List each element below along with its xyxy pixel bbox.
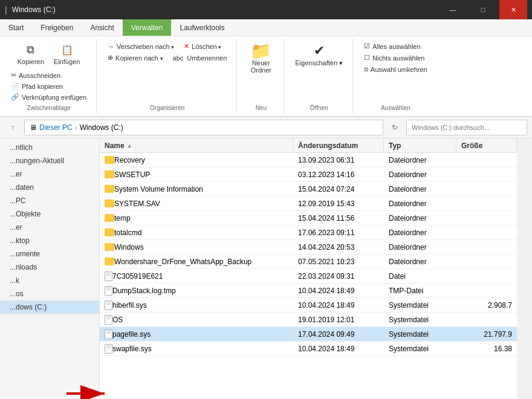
- file-type: Systemdatei: [389, 345, 429, 353]
- minimize-button[interactable]: —: [439, 0, 467, 19]
- move-to-button[interactable]: → Verschieben nach: [104, 42, 178, 51]
- sidebar-item-zuletzt[interactable]: ...ntlich: [0, 141, 99, 154]
- tab-verwalten[interactable]: Verwalten: [123, 19, 172, 36]
- ribbon-group-neu: 📁 NeuerOrdner Neu: [242, 39, 284, 114]
- folder-icon: [105, 199, 114, 207]
- new-folder-button[interactable]: 📁 NeuerOrdner: [247, 41, 276, 76]
- tab-ansicht[interactable]: Ansicht: [82, 19, 122, 36]
- table-row[interactable]: SYSTEM.SAV 12.09.2019 15:43 Dateiordner: [100, 196, 517, 211]
- file-name: pagefile.sys: [112, 330, 151, 339]
- file-date: 12.09.2019 15:43: [298, 199, 354, 208]
- file-name: totalcmd: [114, 229, 141, 237]
- file-type: Dateiordner: [389, 229, 427, 237]
- col-header-date[interactable]: Änderungsdatum: [293, 138, 384, 152]
- table-row[interactable]: temp 15.04.2024 11:56 Dateiordner: [100, 211, 517, 225]
- file-icon: [105, 329, 112, 339]
- sidebar-item-bilder[interactable]: ...os: [0, 287, 99, 300]
- file-date: 15.04.2024 07:24: [298, 185, 354, 193]
- file-name: Windows: [114, 243, 144, 251]
- tab-start[interactable]: Start: [0, 19, 32, 36]
- sidebar-item-einstellungen[interactable]: ...nungen-Aktuell: [0, 154, 99, 167]
- table-row[interactable]: Wondershare_DrFone_WhatsApp_Backup 07.05…: [100, 255, 517, 269]
- group-label-organisieren: Organisieren: [150, 102, 184, 111]
- sidebar-item-objekte[interactable]: ...Objekte: [0, 207, 99, 221]
- sidebar: ...ntlich ...nungen-Aktuell ...er ...dat…: [0, 138, 100, 399]
- table-row[interactable]: Recovery 13.09.2023 06:31 Dateiordner: [100, 153, 517, 167]
- col-header-name[interactable]: Name ▲: [100, 138, 293, 152]
- sidebar-item-downloads[interactable]: ...nloads: [0, 261, 99, 274]
- up-arrow-icon: ↑: [11, 123, 15, 132]
- file-name: swapfile.sys: [112, 345, 152, 353]
- properties-icon: ✔: [314, 43, 325, 59]
- file-type: Systemdatei: [389, 301, 429, 310]
- col-header-size[interactable]: Größe: [456, 138, 517, 152]
- file-name: Recovery: [114, 156, 145, 164]
- file-type: Dateiordner: [389, 258, 427, 266]
- col-header-type[interactable]: Typ: [384, 138, 456, 152]
- select-all-button[interactable]: ☑ Alles auswählen: [360, 41, 431, 51]
- search-input[interactable]: [406, 120, 527, 135]
- maximize-button[interactable]: □: [469, 0, 497, 19]
- properties-button[interactable]: ✔ Eigenschaften ▾: [291, 41, 346, 70]
- folder-icon: [105, 258, 114, 265]
- file-name: hiberfil.sys: [112, 301, 147, 310]
- title-bar-icon: |: [5, 5, 7, 15]
- group-label-zwischenablage: Zwischenablage: [27, 102, 70, 111]
- copy-path-button[interactable]: 📄 Pfad kopieren: [7, 81, 90, 91]
- cut-button[interactable]: ✂ Ausschneiden: [7, 70, 90, 80]
- file-type: TMP-Datei: [389, 287, 423, 295]
- sidebar-item-pc[interactable]: ...PC: [0, 194, 99, 207]
- breadcrumb-separator: ›: [75, 123, 77, 132]
- close-button[interactable]: ✕: [499, 0, 527, 19]
- copy-to-button[interactable]: ⊕ Kopieren nach: [104, 53, 166, 63]
- table-row[interactable]: 7C305919E621 22.03.2024 09:31 Datei: [100, 269, 517, 284]
- breadcrumb-windows-c[interactable]: Windows (C:): [80, 123, 123, 132]
- breadcrumb-dieser-pc[interactable]: Dieser PC: [39, 123, 73, 132]
- sidebar-item-desktop[interactable]: ...ktop: [0, 234, 99, 247]
- table-row[interactable]: pagefile.sys 17.04.2024 09:49 Systemdate…: [100, 327, 517, 342]
- file-name: OS: [112, 316, 123, 324]
- file-icon: [105, 286, 112, 296]
- sidebar-item-dokumente[interactable]: ...umente: [0, 247, 99, 261]
- nav-up-button[interactable]: ↑: [5, 120, 21, 135]
- delete-button[interactable]: ✕ Löschen: [180, 41, 225, 51]
- table-row[interactable]: hiberfil.sys 10.04.2024 18:49 Systemdate…: [100, 298, 517, 313]
- table-row[interactable]: totalcmd 17.06.2023 09:11 Dateiordner: [100, 225, 517, 240]
- refresh-button[interactable]: ↻: [387, 120, 403, 135]
- file-size: 2.908.7: [488, 301, 512, 310]
- file-date: 10.04.2024 18:49: [298, 345, 354, 353]
- sidebar-item-ordner1[interactable]: ...er: [0, 221, 99, 234]
- title-bar: | Windows (C:) — □ ✕: [0, 0, 532, 19]
- tab-freigeben[interactable]: Freigeben: [32, 19, 82, 36]
- group-label-oeffnen: Öffnen: [310, 102, 328, 111]
- folder-icon: [105, 170, 114, 178]
- sidebar-item-daten[interactable]: ...daten: [0, 181, 99, 194]
- paste-button[interactable]: Einfügen: [50, 40, 83, 68]
- sidebar-item-musik[interactable]: ...k: [0, 274, 99, 287]
- table-row[interactable]: System Volume Information 15.04.2024 07:…: [100, 182, 517, 196]
- file-date: 13.09.2023 06:31: [298, 156, 354, 164]
- file-type: Dateiordner: [389, 156, 427, 164]
- breadcrumb[interactable]: 🖥 Dieser PC › Windows (C:): [24, 120, 383, 135]
- table-row[interactable]: swapfile.sys 10.04.2024 18:49 Systemdate…: [100, 342, 517, 356]
- file-list: Recovery 13.09.2023 06:31 Dateiordner SW…: [100, 153, 517, 399]
- file-size: 16.38: [494, 345, 512, 353]
- file-date: 07.05.2021 10:23: [298, 258, 354, 266]
- select-none-icon: ☐: [364, 54, 370, 62]
- copy-button[interactable]: Kopieren: [14, 40, 48, 68]
- table-row[interactable]: Windows 14.04.2024 20:53 Dateiordner: [100, 240, 517, 255]
- sidebar-item-windows-c[interactable]: ...dows (C:): [0, 300, 99, 314]
- tab-laufwerktools[interactable]: Laufwerktools: [171, 19, 233, 36]
- paste-icon: [61, 44, 73, 56]
- file-list-container: Name ▲ Änderungsdatum Typ Größe Recovery: [100, 138, 517, 399]
- select-invert-button[interactable]: ⧈ Auswahl umkehren: [360, 64, 431, 74]
- select-none-button[interactable]: ☐ Nichts auswählen: [360, 53, 431, 63]
- paste-link-button[interactable]: 🔗 Verknüpfung einfügen: [7, 92, 90, 102]
- rename-button[interactable]: abc Umbenennen: [169, 53, 231, 63]
- table-row[interactable]: DumpStack.log.tmp 10.04.2024 18:49 TMP-D…: [100, 284, 517, 298]
- table-row[interactable]: OS 19.01.2019 12:01 Systemdatei: [100, 313, 517, 327]
- sidebar-item-er[interactable]: ...er: [0, 167, 99, 181]
- folder-icon: [105, 229, 114, 236]
- file-date: 17.06.2023 09:11: [298, 229, 354, 237]
- table-row[interactable]: SWSETUP 03.12.2023 14:16 Dateiordner: [100, 167, 517, 182]
